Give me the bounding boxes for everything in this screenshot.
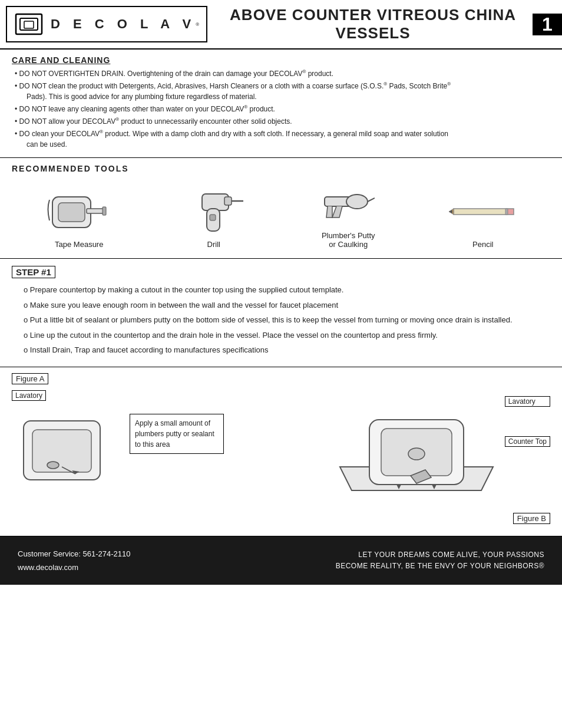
tagline-line1: LET YOUR DREAMS COME ALIVE, YOUR PASSION… xyxy=(336,549,544,561)
tagline-line2: BECOME REALITY, BE THE ENVY OF YOUR NEIG… xyxy=(336,561,544,572)
page-footer: Customer Service: 561-274-2110 www.decol… xyxy=(0,536,562,585)
svg-rect-20 xyxy=(32,430,91,472)
logo-box: D E C O L A V® xyxy=(6,6,207,42)
step1-item-3: Put a little bit of sealant or plumbers … xyxy=(24,314,550,326)
step1-item-5: Install Drain, Trap and faucet according… xyxy=(24,344,550,356)
drill-img xyxy=(184,188,243,235)
svg-rect-10 xyxy=(210,215,216,220)
svg-rect-2 xyxy=(24,21,34,28)
svg-rect-14 xyxy=(454,209,507,215)
bullet-2: DO NOT clean the product with Detergents… xyxy=(15,81,550,102)
tool-plumbers-putty: Plumber's Putty or Caulking xyxy=(289,179,407,249)
svg-point-21 xyxy=(47,462,59,469)
svg-rect-11 xyxy=(224,197,232,205)
tape-measure-label: Tape Measure xyxy=(55,240,103,249)
bullet-5: DO clean your DECOLAV® product. Wipe wit… xyxy=(15,129,550,150)
tools-section: RECOMMENDED TOOLS Tape Measure xyxy=(0,158,562,259)
logo-text: D E C O L A V xyxy=(51,17,196,32)
care-cleaning-section: CARE AND CLEANING DO NOT OVERTIGHTEN DRA… xyxy=(0,50,562,158)
lavatory-label-a: Lavatory xyxy=(12,390,46,401)
bullet-1: DO NOT OVERTIGHTEN DRAIN. Overtightening… xyxy=(15,68,550,79)
figures-section: Figure A Lavatory Apply a small amount o… xyxy=(0,367,562,536)
counter-top-label: Counter Top xyxy=(505,436,550,447)
plumbers-putty-label: Plumber's Putty or Caulking xyxy=(322,231,375,249)
svg-point-26 xyxy=(408,448,425,460)
title-box: ABOVE COUNTER VITREOUS CHINA VESSELS 1 xyxy=(219,6,562,42)
step1-item-4: Line up the cutout in the countertop and… xyxy=(24,330,550,341)
tool-tape-measure: Tape Measure xyxy=(20,188,138,249)
svg-rect-6 xyxy=(103,207,106,215)
step1-section: STEP #1 Prepare countertop by making a c… xyxy=(0,259,562,367)
pencil-label: Pencil xyxy=(472,240,493,249)
bullet-3: DO NOT leave any cleaning agents other t… xyxy=(15,104,550,114)
page-header: D E C O L A V® ABOVE COUNTER VITREOUS CH… xyxy=(0,0,562,50)
tool-pencil: Pencil xyxy=(424,188,542,249)
bullet-4: DO NOT allow your DECOLAV® product to un… xyxy=(15,116,550,127)
figures-row: Lavatory Apply a small amount of plumber… xyxy=(12,390,550,530)
figure-a-area: Lavatory Apply a small amount of plumber… xyxy=(12,390,275,498)
svg-point-13 xyxy=(346,195,368,209)
callout-box: Apply a small amount of plumbers putty o… xyxy=(130,414,224,454)
figure-b-area: Lavatory Counter Top Figure B xyxy=(287,390,550,530)
step1-list: Prepare countertop by making a cutout in… xyxy=(12,284,550,356)
tape-measure-img xyxy=(47,188,111,235)
figure-a-lavatory-svg xyxy=(12,403,124,498)
plumbers-putty-img xyxy=(322,179,375,226)
page-title: ABOVE COUNTER VITREOUS CHINA VESSELS xyxy=(219,6,527,42)
svg-rect-16 xyxy=(505,209,508,215)
step1-item-1: Prepare countertop by making a cutout in… xyxy=(24,284,550,296)
website: www.decolav.com xyxy=(18,561,131,574)
svg-rect-4 xyxy=(58,203,85,222)
figure-a-label: Figure A xyxy=(12,373,48,384)
figure-b-label: Figure B xyxy=(513,513,550,524)
customer-service: Customer Service: 561-274-2110 xyxy=(18,547,131,561)
care-cleaning-list: DO NOT OVERTIGHTEN DRAIN. Overtightening… xyxy=(12,68,550,150)
care-cleaning-title: CARE AND CLEANING xyxy=(12,55,550,65)
page-number: 1 xyxy=(533,14,562,35)
step1-item-2: Make sure you leave enough room in betwe… xyxy=(24,299,550,311)
tool-drill: Drill xyxy=(155,188,273,249)
logo-registered: ® xyxy=(196,22,199,27)
svg-rect-5 xyxy=(87,209,104,213)
footer-left: Customer Service: 561-274-2110 www.decol… xyxy=(18,547,131,575)
footer-right: LET YOUR DREAMS COME ALIVE, YOUR PASSION… xyxy=(336,549,544,572)
logo-icon xyxy=(14,12,44,36)
tools-title: RECOMMENDED TOOLS xyxy=(12,164,550,173)
figure-b-svg xyxy=(334,390,499,508)
step1-title: STEP #1 xyxy=(12,266,55,278)
tools-row: Tape Measure Drill xyxy=(12,179,550,255)
pencil-img xyxy=(448,188,518,235)
drill-label: Drill xyxy=(207,240,220,249)
lavatory-label-b: Lavatory xyxy=(505,396,550,407)
